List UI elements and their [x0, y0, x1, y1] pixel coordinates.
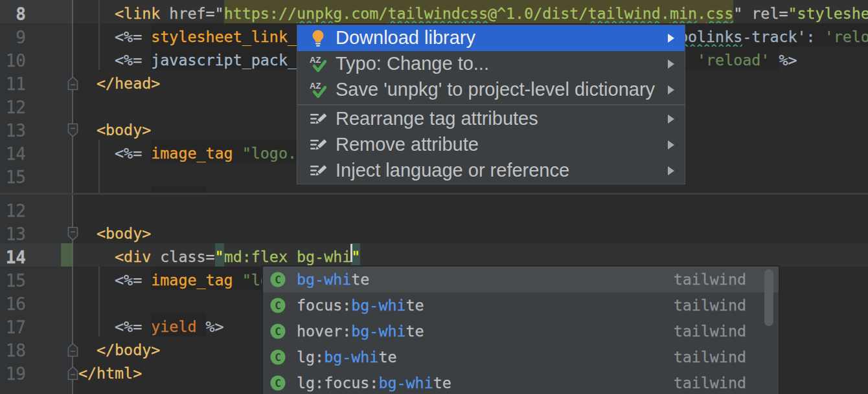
menu-item-save-unpkg-to-project-level-dictionary[interactable]: AZSave 'unpkg' to project-level dictiona… [297, 77, 685, 103]
completion-item-focus-bg-white[interactable]: Cfocus:bg-whitetailwind [263, 292, 779, 318]
menu-item-label: Remove attribute [336, 134, 479, 155]
code-line[interactable]: <%= yield %> [78, 186, 224, 193]
code-token [160, 0, 169, 23]
code-line[interactable]: </head> [78, 70, 160, 93]
code-token [78, 47, 115, 70]
code-token [742, 0, 751, 23]
code-token [142, 140, 151, 163]
code-token: image_tag [151, 267, 233, 290]
menu-item-inject-language-or-reference[interactable]: Inject language or reference [297, 158, 685, 184]
code-token [78, 220, 97, 243]
line-number[interactable]: 12 [0, 93, 26, 116]
completion-type-label: tailwind [674, 267, 746, 292]
completion-item-text: lg:focus:bg-white [297, 370, 451, 394]
edit-icon [310, 162, 326, 180]
menu-item-label: Download library [336, 27, 475, 49]
code-line[interactable]: <body> [78, 220, 151, 243]
code-token: . [697, 0, 706, 23]
css-class-icon: C [270, 298, 286, 316]
code-token: yield [151, 186, 196, 193]
completion-prefix: hover: [297, 322, 351, 340]
code-token [142, 47, 151, 70]
code-token: @^1.0/dist/ [488, 0, 588, 23]
line-number[interactable]: 8 [0, 0, 26, 23]
code-token: md:flex bg-whi [224, 243, 352, 267]
completion-item-text: hover:bg-white [297, 318, 424, 344]
code-token [78, 140, 115, 163]
code-line[interactable]: </body> [78, 336, 160, 360]
submenu-arrow-icon [668, 115, 674, 124]
line-number[interactable]: 14 [0, 243, 26, 267]
completion-item-bg-white[interactable]: Cbg-whitetailwind [263, 267, 779, 292]
fold-marker-icon[interactable] [67, 226, 78, 243]
menu-separator-line [297, 104, 685, 105]
line-number[interactable]: 16 [0, 290, 26, 313]
screenshot-seam-divider [0, 193, 868, 195]
edit-icon [310, 110, 326, 128]
completion-popup: Cbg-whitetailwindCfocus:bg-whitetailwind… [262, 265, 780, 394]
code-token: css [706, 0, 733, 23]
code-token [78, 23, 115, 47]
code-token [233, 140, 242, 163]
code-token: " [215, 0, 224, 23]
line-number[interactable]: 16 [0, 186, 26, 193]
svg-text:C: C [275, 351, 281, 364]
line-number[interactable]: 9 [0, 23, 26, 47]
fold-marker-icon[interactable] [67, 343, 78, 360]
vcs-change-marker[interactable] [61, 243, 72, 267]
code-token [816, 23, 825, 47]
code-token [151, 243, 160, 267]
menu-item-label: Save 'unpkg' to project-level dictionary [336, 79, 655, 100]
code-line[interactable]: <div class="md:flex bg-whi" [78, 243, 360, 267]
code-token: = [206, 243, 215, 267]
completion-matched-text: bg-whi [378, 374, 433, 392]
completion-item-hover-bg-white[interactable]: Chover:bg-whitetailwind [263, 318, 779, 344]
code-token: tailwind [588, 0, 660, 23]
menu-item-download-library[interactable]: Download library [297, 25, 685, 51]
completion-suffix: te [406, 296, 424, 314]
code-line[interactable]: <%= yield %> [78, 313, 224, 336]
completion-prefix: lg: [297, 348, 324, 366]
line-number[interactable]: 10 [0, 47, 26, 70]
code-token: tailwindcss [387, 0, 488, 23]
code-line[interactable]: </html> [78, 360, 142, 383]
line-number[interactable]: 19 [0, 360, 26, 383]
fold-marker-icon[interactable] [67, 76, 78, 93]
css-class-icon: C [270, 375, 286, 393]
completion-matched-text: bg-whi [297, 270, 351, 289]
code-token: %> [206, 186, 224, 193]
completion-item-lg-focus-bg-white[interactable]: Clg:focus:bg-whitetailwind [263, 370, 779, 394]
code-token: <body> [97, 220, 151, 243]
menu-item-remove-attribute[interactable]: Remove attribute [297, 132, 685, 158]
code-token: = [779, 0, 788, 23]
line-number[interactable]: 14 [0, 140, 26, 163]
menu-item-typo-change-to[interactable]: AZTypo: Change to... [297, 51, 685, 77]
code-token [142, 23, 151, 47]
line-number[interactable]: 17 [0, 313, 26, 336]
code-token: .com/ [342, 0, 387, 23]
code-token: %> [779, 47, 797, 70]
line-number[interactable]: 15 [0, 267, 26, 290]
menu-item-label: Rearrange tag attributes [336, 108, 538, 129]
fold-marker-icon[interactable] [67, 123, 78, 140]
scrollbar-thumb[interactable] [764, 269, 773, 326]
code-line[interactable]: <link href="https://unpkg.com/tailwindcs… [78, 0, 868, 23]
line-number[interactable]: 18 [0, 336, 26, 360]
line-number[interactable]: 13 [0, 116, 26, 140]
line-number[interactable]: 13 [0, 220, 26, 243]
line-number[interactable]: 15 [0, 163, 26, 186]
code-token: %> [206, 313, 224, 336]
menu-item-rearrange-tag-attributes[interactable]: Rearrange tag attributes [297, 106, 685, 132]
fold-marker-icon[interactable] [67, 366, 78, 383]
submenu-arrow-icon [668, 85, 674, 94]
completion-item-text: bg-white [297, 267, 369, 292]
submenu-arrow-icon [668, 34, 674, 43]
line-number[interactable]: 12 [0, 197, 26, 220]
line-number[interactable]: 11 [0, 70, 26, 93]
completion-type-label: tailwind [674, 292, 746, 318]
completion-type-label: tailwind [674, 318, 746, 344]
completion-item-lg-bg-white[interactable]: Clg:bg-whitetailwind [263, 344, 779, 370]
svg-text:C: C [275, 274, 281, 286]
code-line[interactable]: <body> [78, 116, 151, 140]
css-class-icon: C [270, 349, 286, 367]
